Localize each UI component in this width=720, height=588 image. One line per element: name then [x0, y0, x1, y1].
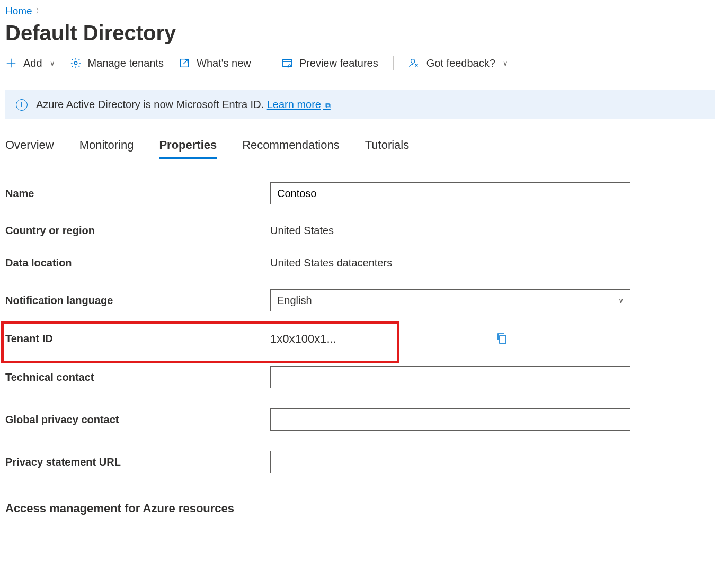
tab-monitoring[interactable]: Monitoring — [79, 135, 134, 159]
label-name: Name — [5, 188, 270, 200]
preview-features-label: Preview features — [299, 57, 378, 69]
notification-language-select[interactable]: English ∨ — [270, 289, 630, 311]
whats-new-button[interactable]: What's new — [179, 57, 251, 69]
notification-bar: i Azure Active Directory is now Microsof… — [5, 90, 715, 119]
chevron-down-icon: ∨ — [50, 59, 55, 67]
svg-point-7 — [411, 59, 414, 63]
row-privacy-url: Privacy statement URL — [5, 451, 715, 473]
toolbar: Add ∨ Manage tenants What's new Preview … — [5, 52, 715, 78]
svg-rect-4 — [283, 60, 292, 67]
chevron-down-icon: ∨ — [618, 296, 624, 305]
tab-recommendations[interactable]: Recommendations — [242, 135, 339, 159]
external-link-icon — [179, 57, 190, 69]
preview-features-button[interactable]: Preview features — [281, 57, 378, 69]
info-icon: i — [16, 99, 28, 111]
label-tenant-id: Tenant ID — [5, 333, 270, 345]
preview-icon — [281, 57, 293, 69]
row-tenant-id: Tenant ID 1x0x100x1... — [5, 332, 715, 346]
row-country: Country or region United States — [5, 225, 715, 237]
technical-contact-input[interactable] — [270, 366, 630, 388]
row-name: Name — [5, 182, 715, 204]
got-feedback-button[interactable]: Got feedback? ∨ — [408, 57, 508, 69]
svg-point-2 — [74, 61, 77, 65]
name-input[interactable] — [270, 182, 630, 204]
properties-form: Name Country or region United States Dat… — [5, 182, 715, 515]
add-label: Add — [23, 57, 42, 69]
copy-icon[interactable] — [495, 332, 508, 346]
tenant-id-value: 1x0x100x1... — [270, 332, 336, 346]
chevron-down-icon: ∨ — [503, 59, 508, 67]
learn-more-link[interactable]: Learn more ⧉ — [267, 99, 331, 110]
label-global-privacy: Global privacy contact — [5, 414, 270, 426]
gear-icon — [70, 57, 82, 69]
tab-tutorials[interactable]: Tutorials — [365, 135, 410, 159]
external-icon: ⧉ — [323, 101, 331, 110]
label-privacy-url: Privacy statement URL — [5, 456, 270, 468]
divider — [266, 56, 266, 70]
privacy-url-input[interactable] — [270, 451, 630, 473]
row-tenant-id-wrap: Tenant ID 1x0x100x1... — [5, 332, 715, 346]
divider — [393, 56, 394, 70]
row-global-privacy: Global privacy contact — [5, 408, 715, 431]
section-heading-access-mgmt: Access management for Azure resources — [5, 502, 715, 515]
breadcrumb: Home 〉 — [5, 5, 715, 17]
row-data-location: Data location United States datacenters — [5, 257, 715, 269]
breadcrumb-home[interactable]: Home — [5, 5, 32, 17]
plus-icon — [5, 57, 17, 69]
notification-message: Azure Active Directory is now Microsoft … — [36, 99, 267, 110]
country-value: United States — [270, 225, 334, 237]
chevron-right-icon: 〉 — [35, 6, 43, 16]
global-privacy-input[interactable] — [270, 408, 630, 431]
tabs: Overview Monitoring Properties Recommend… — [5, 135, 715, 160]
svg-rect-8 — [500, 336, 506, 343]
label-tech-contact: Technical contact — [5, 371, 270, 384]
feedback-icon — [408, 57, 420, 69]
row-technical-contact: Technical contact — [5, 366, 715, 388]
tab-properties[interactable]: Properties — [159, 135, 217, 159]
data-location-value: United States datacenters — [270, 257, 392, 269]
page-title: Default Directory — [5, 21, 715, 45]
whats-new-label: What's new — [197, 57, 251, 69]
label-notif-lang: Notification language — [5, 295, 270, 307]
notification-text: Azure Active Directory is now Microsoft … — [36, 99, 331, 111]
notification-language-value: English — [277, 295, 312, 307]
label-data-location: Data location — [5, 257, 270, 269]
row-notification-language: Notification language English ∨ — [5, 289, 715, 311]
label-country: Country or region — [5, 225, 270, 237]
tab-overview[interactable]: Overview — [5, 135, 54, 159]
manage-tenants-label: Manage tenants — [88, 57, 164, 69]
add-button[interactable]: Add ∨ — [5, 57, 55, 69]
manage-tenants-button[interactable]: Manage tenants — [70, 57, 164, 69]
got-feedback-label: Got feedback? — [426, 57, 495, 69]
